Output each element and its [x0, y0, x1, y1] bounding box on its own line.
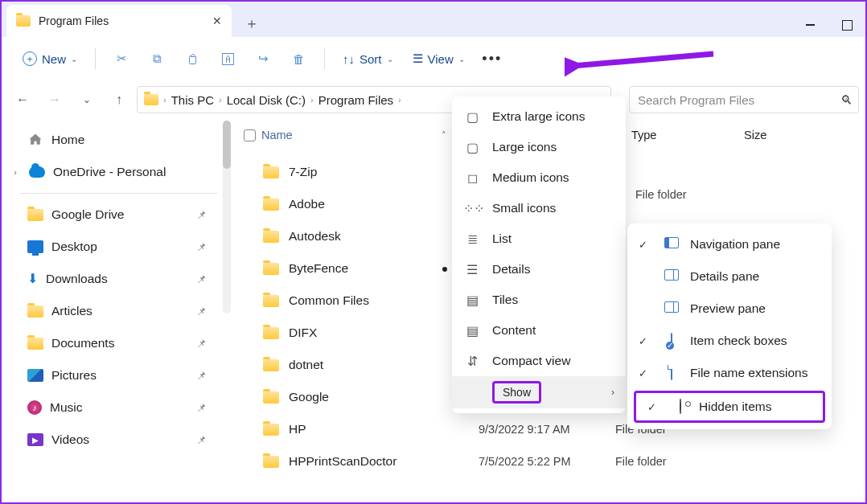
large-icons-icon: ▢ — [463, 140, 481, 155]
check-icon: ✓ — [639, 239, 653, 251]
tab-title: Program Files — [39, 14, 109, 27]
breadcrumb-item[interactable]: Local Disk (C:) — [227, 93, 306, 107]
view-label: View — [428, 52, 454, 66]
menu-details[interactable]: ☰Details — [452, 254, 626, 285]
menu-show[interactable]: Show › — [452, 376, 626, 408]
breadcrumb-item[interactable]: This PC — [171, 93, 214, 107]
divider — [324, 48, 325, 69]
folder-icon — [263, 424, 279, 436]
file-icon — [663, 366, 680, 380]
type-cell: File folder — [635, 188, 687, 201]
menu-content[interactable]: ▤Content — [452, 315, 626, 346]
sidebar-item-videos[interactable]: ▶Videos📌︎ — [2, 424, 231, 456]
file-name: DIFX — [289, 326, 317, 340]
minimize-button[interactable] — [791, 13, 828, 37]
sidebar-item-music[interactable]: ♪Music📌︎ — [2, 391, 231, 424]
menu-item-check-boxes[interactable]: ✓Item check boxes — [627, 325, 832, 357]
breadcrumb-item[interactable]: Program Files — [318, 93, 393, 107]
details-icon: ☰ — [463, 262, 481, 277]
column-type[interactable]: Type — [631, 129, 744, 141]
menu-large-icons[interactable]: ▢Large icons — [452, 132, 626, 162]
divider — [95, 48, 96, 69]
share-button[interactable]: ↪ — [247, 44, 279, 73]
header-label: Type — [631, 129, 656, 141]
cut-button[interactable]: ✂ — [105, 44, 138, 73]
sidebar-onedrive[interactable]: › OneDrive - Personal — [2, 156, 231, 188]
check-icon: ✓ — [647, 401, 662, 413]
up-button[interactable]: ↑ — [105, 85, 134, 114]
scrollbar-thumb[interactable] — [223, 121, 231, 169]
expand-icon[interactable]: › — [10, 167, 21, 177]
file-name: dotnet — [289, 358, 323, 372]
menu-hidden-items[interactable]: ✓Hidden items — [634, 391, 825, 423]
sort-label: Sort — [360, 52, 382, 66]
chevron-right-icon: › — [398, 95, 401, 104]
rename-button[interactable]: 🄰 — [212, 44, 244, 73]
sidebar-label: Google Drive — [51, 207, 124, 222]
sort-button[interactable]: ↑↓ Sort ⌄ — [335, 44, 401, 73]
folder-icon — [263, 456, 279, 468]
menu-label: Preview pane — [690, 301, 766, 316]
menu-file-name-extensions[interactable]: ✓File name extensions — [627, 357, 832, 389]
new-button[interactable]: + New ⌄ — [14, 44, 85, 73]
file-row[interactable]: HPPrintScanDoctor7/5/2022 5:22 PMFile fo… — [231, 445, 865, 477]
menu-details-pane[interactable]: Details pane — [627, 260, 832, 293]
copy-button[interactable]: ⧉ — [141, 44, 173, 73]
sidebar-label: Desktop — [51, 240, 97, 254]
back-button[interactable]: ← — [8, 85, 37, 114]
onedrive-icon — [29, 166, 45, 178]
menu-small-icons[interactable]: ⁘⁘Small icons — [452, 193, 626, 223]
file-name: Google — [289, 390, 329, 404]
new-tab-button[interactable]: ＋ — [238, 10, 265, 37]
more-button[interactable]: ••• — [476, 44, 508, 73]
menu-compact-view[interactable]: ⇵Compact view — [452, 346, 626, 376]
menu-label: Show — [492, 381, 541, 404]
column-size[interactable]: Size — [744, 129, 865, 141]
view-button[interactable]: ☰ View ⌄ — [405, 44, 473, 73]
menu-medium-icons[interactable]: ◻Medium icons — [452, 162, 626, 193]
sidebar: Home › OneDrive - Personal Google Drive📌… — [2, 119, 231, 504]
menu-list[interactable]: ≣List — [452, 223, 626, 254]
file-name: HPPrintScanDoctor — [289, 454, 397, 469]
panel-icon — [663, 237, 680, 252]
menu-preview-pane[interactable]: Preview pane — [627, 293, 832, 325]
select-all-checkbox[interactable] — [244, 129, 256, 141]
home-icon — [27, 133, 43, 147]
nav-row: ← → ⌄ ↑ › This PC › Local Disk (C:) › Pr… — [2, 80, 865, 119]
maximize-button[interactable] — [828, 13, 865, 37]
sidebar-label: Articles — [51, 304, 92, 318]
sidebar-item-google-drive[interactable]: Google Drive📌︎ — [2, 199, 231, 231]
forward-button[interactable]: → — [40, 85, 69, 114]
content-icon: ▤ — [463, 323, 481, 338]
folder-icon — [144, 94, 158, 105]
view-menu: ▢Extra large icons ▢Large icons ◻Medium … — [452, 96, 626, 413]
sidebar-home[interactable]: Home — [2, 124, 231, 156]
recent-button[interactable]: ⌄ — [72, 85, 101, 114]
annotation-arrow — [565, 50, 717, 117]
paste-button[interactable]: 📋︎ — [176, 44, 208, 73]
plus-icon: + — [23, 51, 37, 66]
menu-label: Hidden items — [699, 400, 771, 414]
menu-label: Tiles — [492, 293, 518, 307]
svg-line-0 — [573, 54, 713, 66]
file-type: File folder — [615, 455, 728, 468]
menu-label: Medium icons — [492, 170, 569, 185]
folder-icon — [263, 263, 279, 275]
menu-label: Navigation pane — [690, 237, 780, 252]
sidebar-item-articles[interactable]: Articles📌︎ — [2, 295, 231, 327]
delete-button[interactable]: 🗑︎ — [282, 44, 314, 73]
menu-navigation-pane[interactable]: ✓Navigation pane — [627, 228, 832, 260]
active-tab[interactable]: Program Files ✕ — [6, 5, 232, 37]
sidebar-item-downloads[interactable]: ⬇Downloads📌︎ — [2, 263, 231, 295]
menu-tiles[interactable]: ▤Tiles — [452, 285, 626, 315]
sidebar-item-documents[interactable]: Documents📌︎ — [2, 327, 231, 359]
sidebar-item-desktop[interactable]: Desktop📌︎ — [2, 231, 231, 263]
menu-label: Content — [492, 323, 536, 338]
pictures-icon — [27, 369, 43, 382]
close-tab-icon[interactable]: ✕ — [212, 14, 222, 27]
chevron-right-icon: › — [611, 387, 614, 398]
search-icon[interactable]: 🔍︎ — [834, 87, 858, 113]
sidebar-item-pictures[interactable]: Pictures📌︎ — [2, 359, 231, 391]
file-date: 9/3/2022 9:17 AM — [479, 423, 615, 436]
header-label: Name — [261, 129, 293, 141]
